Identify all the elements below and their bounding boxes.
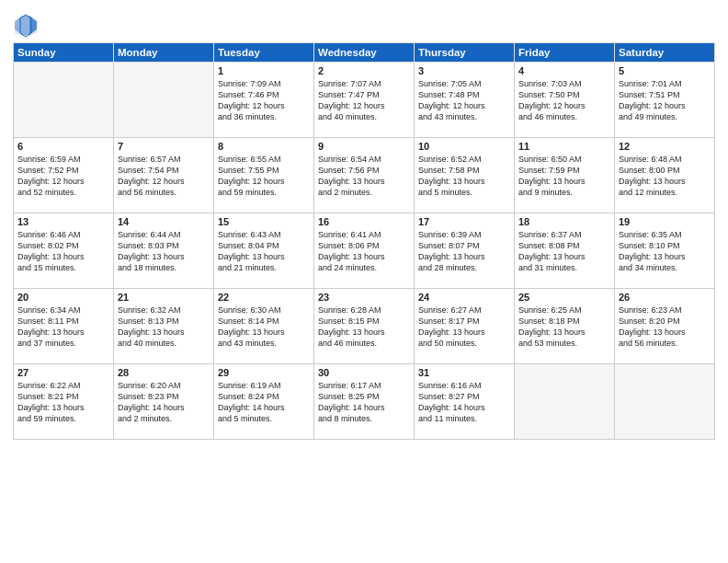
calendar-cell: 31Sunrise: 6:16 AM Sunset: 8:27 PM Dayli… <box>415 364 515 440</box>
weekday-header-wednesday: Wednesday <box>314 43 415 63</box>
calendar-cell: 4Sunrise: 7:03 AM Sunset: 7:50 PM Daylig… <box>515 63 615 138</box>
calendar-cell: 24Sunrise: 6:27 AM Sunset: 8:17 PM Dayli… <box>415 289 515 364</box>
cell-content: Sunrise: 6:46 AM Sunset: 8:02 PM Dayligh… <box>17 229 109 274</box>
calendar-cell: 3Sunrise: 7:05 AM Sunset: 7:48 PM Daylig… <box>415 63 515 138</box>
day-number: 5 <box>619 65 711 76</box>
calendar-cell: 15Sunrise: 6:43 AM Sunset: 8:04 PM Dayli… <box>214 213 314 289</box>
cell-content: Sunrise: 6:16 AM Sunset: 8:27 PM Dayligh… <box>418 380 510 425</box>
calendar-cell: 7Sunrise: 6:57 AM Sunset: 7:54 PM Daylig… <box>114 138 214 213</box>
calendar-cell: 12Sunrise: 6:48 AM Sunset: 8:00 PM Dayli… <box>615 138 715 213</box>
cell-content: Sunrise: 6:55 AM Sunset: 7:55 PM Dayligh… <box>218 154 310 199</box>
day-number: 16 <box>318 216 410 227</box>
calendar-cell: 21Sunrise: 6:32 AM Sunset: 8:13 PM Dayli… <box>114 289 214 364</box>
header <box>13 9 715 39</box>
cell-content: Sunrise: 6:23 AM Sunset: 8:20 PM Dayligh… <box>619 304 711 350</box>
calendar-cell: 10Sunrise: 6:52 AM Sunset: 7:58 PM Dayli… <box>415 138 515 213</box>
calendar-week-row: 20Sunrise: 6:34 AM Sunset: 8:11 PM Dayli… <box>14 289 715 364</box>
day-number: 7 <box>118 141 210 152</box>
cell-content: Sunrise: 6:59 AM Sunset: 7:52 PM Dayligh… <box>17 154 109 199</box>
day-number: 8 <box>218 141 310 152</box>
weekday-header-monday: Monday <box>114 43 214 63</box>
cell-content: Sunrise: 6:28 AM Sunset: 8:15 PM Dayligh… <box>318 304 410 350</box>
logo-icon <box>13 13 39 39</box>
day-number: 31 <box>418 367 510 378</box>
calendar-cell: 11Sunrise: 6:50 AM Sunset: 7:59 PM Dayli… <box>515 138 615 213</box>
day-number: 4 <box>518 65 610 76</box>
day-number: 25 <box>518 292 610 303</box>
day-number: 13 <box>17 216 109 227</box>
calendar-cell: 6Sunrise: 6:59 AM Sunset: 7:52 PM Daylig… <box>14 138 114 213</box>
cell-content: Sunrise: 6:20 AM Sunset: 8:23 PM Dayligh… <box>118 380 210 425</box>
calendar-cell: 18Sunrise: 6:37 AM Sunset: 8:08 PM Dayli… <box>515 213 615 289</box>
day-number: 14 <box>118 216 210 227</box>
weekday-header-saturday: Saturday <box>615 43 715 63</box>
calendar-cell: 19Sunrise: 6:35 AM Sunset: 8:10 PM Dayli… <box>615 213 715 289</box>
cell-content: Sunrise: 6:37 AM Sunset: 8:08 PM Dayligh… <box>518 229 610 274</box>
calendar-cell: 8Sunrise: 6:55 AM Sunset: 7:55 PM Daylig… <box>214 138 314 213</box>
day-number: 6 <box>17 141 109 152</box>
day-number: 22 <box>218 292 310 303</box>
cell-content: Sunrise: 6:54 AM Sunset: 7:56 PM Dayligh… <box>318 154 410 199</box>
day-number: 11 <box>518 141 610 152</box>
cell-content: Sunrise: 6:48 AM Sunset: 8:00 PM Dayligh… <box>619 154 711 199</box>
day-number: 2 <box>318 65 410 76</box>
calendar-cell: 13Sunrise: 6:46 AM Sunset: 8:02 PM Dayli… <box>14 213 114 289</box>
day-number: 30 <box>318 367 410 378</box>
cell-content: Sunrise: 6:57 AM Sunset: 7:54 PM Dayligh… <box>118 154 210 199</box>
day-number: 23 <box>318 292 410 303</box>
cell-content: Sunrise: 6:17 AM Sunset: 8:25 PM Dayligh… <box>318 380 410 425</box>
cell-content: Sunrise: 6:41 AM Sunset: 8:06 PM Dayligh… <box>318 229 410 274</box>
calendar-cell: 9Sunrise: 6:54 AM Sunset: 7:56 PM Daylig… <box>314 138 415 213</box>
calendar-table: SundayMondayTuesdayWednesdayThursdayFrid… <box>13 42 715 440</box>
day-number: 29 <box>218 367 310 378</box>
calendar-cell <box>615 364 715 440</box>
calendar-cell: 1Sunrise: 7:09 AM Sunset: 7:46 PM Daylig… <box>214 63 314 138</box>
weekday-header-thursday: Thursday <box>415 43 515 63</box>
day-number: 3 <box>418 65 510 76</box>
cell-content: Sunrise: 6:30 AM Sunset: 8:14 PM Dayligh… <box>218 304 310 350</box>
cell-content: Sunrise: 6:19 AM Sunset: 8:24 PM Dayligh… <box>218 380 310 425</box>
calendar-week-row: 1Sunrise: 7:09 AM Sunset: 7:46 PM Daylig… <box>14 63 715 138</box>
calendar-cell: 20Sunrise: 6:34 AM Sunset: 8:11 PM Dayli… <box>14 289 114 364</box>
calendar-cell: 28Sunrise: 6:20 AM Sunset: 8:23 PM Dayli… <box>114 364 214 440</box>
weekday-header-row: SundayMondayTuesdayWednesdayThursdayFrid… <box>14 43 715 63</box>
cell-content: Sunrise: 6:32 AM Sunset: 8:13 PM Dayligh… <box>118 304 210 350</box>
calendar-cell: 17Sunrise: 6:39 AM Sunset: 8:07 PM Dayli… <box>415 213 515 289</box>
cell-content: Sunrise: 7:09 AM Sunset: 7:46 PM Dayligh… <box>218 78 310 123</box>
calendar-cell: 5Sunrise: 7:01 AM Sunset: 7:51 PM Daylig… <box>615 63 715 138</box>
calendar-cell: 29Sunrise: 6:19 AM Sunset: 8:24 PM Dayli… <box>214 364 314 440</box>
day-number: 9 <box>318 141 410 152</box>
calendar-cell <box>14 63 114 138</box>
day-number: 24 <box>418 292 510 303</box>
cell-content: Sunrise: 6:22 AM Sunset: 8:21 PM Dayligh… <box>17 380 109 425</box>
day-number: 26 <box>619 292 711 303</box>
cell-content: Sunrise: 7:07 AM Sunset: 7:47 PM Dayligh… <box>318 78 410 123</box>
cell-content: Sunrise: 6:34 AM Sunset: 8:11 PM Dayligh… <box>17 304 109 350</box>
day-number: 1 <box>218 65 310 76</box>
logo <box>13 13 41 39</box>
cell-content: Sunrise: 6:27 AM Sunset: 8:17 PM Dayligh… <box>418 304 510 350</box>
calendar-week-row: 6Sunrise: 6:59 AM Sunset: 7:52 PM Daylig… <box>14 138 715 213</box>
weekday-header-friday: Friday <box>515 43 615 63</box>
day-number: 15 <box>218 216 310 227</box>
day-number: 18 <box>518 216 610 227</box>
calendar-cell <box>515 364 615 440</box>
calendar-cell: 2Sunrise: 7:07 AM Sunset: 7:47 PM Daylig… <box>314 63 415 138</box>
calendar-cell: 25Sunrise: 6:25 AM Sunset: 8:18 PM Dayli… <box>515 289 615 364</box>
calendar-cell <box>114 63 214 138</box>
calendar-week-row: 27Sunrise: 6:22 AM Sunset: 8:21 PM Dayli… <box>14 364 715 440</box>
page: SundayMondayTuesdayWednesdayThursdayFrid… <box>0 0 728 563</box>
cell-content: Sunrise: 7:03 AM Sunset: 7:50 PM Dayligh… <box>518 78 610 123</box>
cell-content: Sunrise: 7:05 AM Sunset: 7:48 PM Dayligh… <box>418 78 510 123</box>
day-number: 19 <box>619 216 711 227</box>
day-number: 12 <box>619 141 711 152</box>
calendar-cell: 27Sunrise: 6:22 AM Sunset: 8:21 PM Dayli… <box>14 364 114 440</box>
cell-content: Sunrise: 7:01 AM Sunset: 7:51 PM Dayligh… <box>619 78 711 123</box>
day-number: 17 <box>418 216 510 227</box>
calendar-cell: 22Sunrise: 6:30 AM Sunset: 8:14 PM Dayli… <box>214 289 314 364</box>
day-number: 21 <box>118 292 210 303</box>
day-number: 28 <box>118 367 210 378</box>
calendar-cell: 26Sunrise: 6:23 AM Sunset: 8:20 PM Dayli… <box>615 289 715 364</box>
day-number: 10 <box>418 141 510 152</box>
cell-content: Sunrise: 6:44 AM Sunset: 8:03 PM Dayligh… <box>118 229 210 274</box>
